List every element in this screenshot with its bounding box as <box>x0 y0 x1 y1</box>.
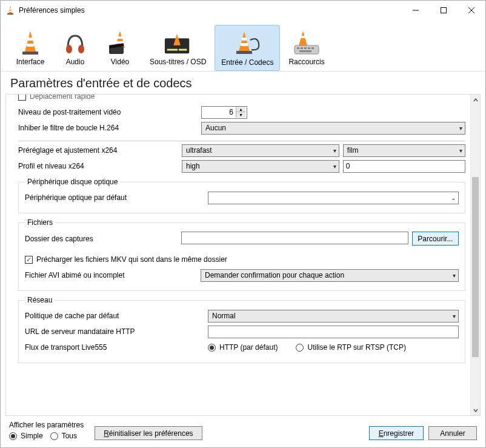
spin-up-icon[interactable]: ▲ <box>236 107 245 112</box>
svg-rect-28 <box>301 36 305 38</box>
select-value: ultrafast <box>186 146 212 155</box>
avi-damaged-select[interactable]: Demander confirmation pour chaque action… <box>201 269 459 282</box>
reset-button[interactable]: Réinitialiser les préférences <box>95 426 202 440</box>
h264-skip-label: Inhiber le filtre de boucle H.264 <box>18 124 201 132</box>
fast-seek-checkbox[interactable] <box>18 94 26 101</box>
maximize-button[interactable] <box>430 1 458 19</box>
tab-label: Interface <box>16 58 45 66</box>
clapper-icon <box>105 27 135 56</box>
subtitle-screen-icon <box>164 27 193 56</box>
headphones-icon <box>61 27 90 56</box>
titlebar: Préférences simples <box>1 1 485 20</box>
svg-rect-1 <box>10 8 12 10</box>
optical-group: Périphérique disque optique Périphérique… <box>18 178 465 213</box>
svg-rect-33 <box>308 47 310 49</box>
svg-rect-32 <box>304 47 307 49</box>
minimize-button[interactable] <box>402 1 430 19</box>
separator <box>18 141 465 141</box>
svg-rect-30 <box>297 47 299 49</box>
spin-down-icon[interactable]: ▼ <box>236 112 245 118</box>
svg-point-12 <box>66 45 72 53</box>
vertical-scrollbar[interactable] <box>470 94 481 416</box>
cache-label: Politique de cache par défaut <box>25 312 208 320</box>
optical-default-label: Périphérique optique par défaut <box>25 193 208 202</box>
svg-rect-5 <box>441 8 447 13</box>
x264-preset-label: Préréglage et ajustement x264 <box>18 146 182 155</box>
postproc-value[interactable] <box>202 107 236 118</box>
svg-rect-34 <box>311 47 314 49</box>
select-value: Normal <box>212 312 236 320</box>
network-legend: Réseau <box>25 296 55 304</box>
scroll-up-icon[interactable] <box>471 95 480 105</box>
avi-damaged-label: Fichier AVI abimé ou incomplet <box>25 271 201 279</box>
mode-all-radio[interactable] <box>50 432 58 440</box>
mode-simple-label: Simple <box>21 432 43 440</box>
record-dir-input[interactable] <box>181 232 408 244</box>
tab-label: Vidéo <box>111 58 129 66</box>
select-value: film <box>347 146 359 155</box>
postproc-label: Niveau de post-traitement vidéo <box>18 108 201 116</box>
svg-rect-15 <box>118 36 122 39</box>
record-dir-label: Dossier des captures <box>25 235 181 243</box>
cone-cables-icon <box>233 28 262 57</box>
chevron-down-icon: ▾ <box>453 313 457 319</box>
files-group: Fichiers Dossier des captures Parcourir.… <box>18 218 465 291</box>
tab-video[interactable]: Vidéo <box>99 25 141 71</box>
cancel-button[interactable]: Annuler <box>428 426 477 440</box>
settings-scroll-area: Déplacement rapide Niveau de post-traite… <box>5 94 470 416</box>
svg-rect-3 <box>7 13 13 15</box>
select-value: high <box>186 162 200 170</box>
tab-label: Entrée / Codecs <box>221 58 273 67</box>
chevron-down-icon: ▾ <box>333 163 338 170</box>
fast-seek-row: Déplacement rapide <box>18 94 465 103</box>
x264-profile-select[interactable]: high ▾ <box>182 160 339 173</box>
live555-http-radio[interactable] <box>208 344 216 352</box>
window-title: Préférences simples <box>19 6 85 15</box>
x264-level-input[interactable] <box>343 160 465 173</box>
svg-rect-35 <box>299 50 311 52</box>
tab-label: Raccourcis <box>288 58 324 66</box>
browse-button[interactable]: Parcourir... <box>412 232 459 246</box>
tab-subtitles[interactable]: Sous-titres / OSD <box>144 25 212 71</box>
cache-select[interactable]: Normal ▾ <box>208 310 459 323</box>
tab-audio[interactable]: Audio <box>54 25 96 71</box>
optical-legend: Périphérique disque optique <box>25 178 120 186</box>
tab-interface[interactable]: Interface <box>9 25 52 71</box>
preload-mkv-checkbox[interactable] <box>25 256 33 264</box>
svg-rect-31 <box>301 47 303 49</box>
svg-rect-25 <box>241 43 248 46</box>
h264-skip-select[interactable]: Aucun ▾ <box>201 122 465 135</box>
svg-rect-29 <box>295 45 319 54</box>
network-group: Réseau Politique de cache par défaut Nor… <box>18 296 465 363</box>
tab-input-codecs[interactable]: Entrée / Codecs <box>215 25 280 71</box>
live555-http-label: HTTP (par défaut) <box>219 343 278 352</box>
chevron-down-icon: ▾ <box>459 147 464 154</box>
save-button[interactable]: Enregistrer <box>369 426 424 440</box>
tab-label: Audio <box>66 58 85 66</box>
svg-rect-9 <box>28 38 33 41</box>
svg-marker-23 <box>239 32 250 51</box>
live555-rtp-radio[interactable] <box>296 344 304 352</box>
chevron-down-icon: ⌄ <box>451 195 457 201</box>
svg-rect-21 <box>167 49 177 51</box>
proxy-input[interactable] <box>208 326 459 338</box>
mode-simple-radio[interactable] <box>9 432 17 440</box>
scrollbar-thumb[interactable] <box>472 177 479 357</box>
svg-rect-10 <box>27 44 34 47</box>
x264-profile-label: Profil et niveau x264 <box>18 162 182 170</box>
tab-hotkeys[interactable]: Raccourcis <box>282 25 330 71</box>
chevron-down-icon: ▾ <box>333 147 338 154</box>
scroll-down-icon[interactable] <box>471 405 480 415</box>
postproc-spinbox[interactable]: ▲▼ <box>201 106 247 119</box>
svg-rect-24 <box>242 38 247 41</box>
scrollbar-track[interactable] <box>471 105 480 405</box>
preferences-window: Préférences simples Interface Audio Vidé… <box>0 0 486 448</box>
cone-icon <box>16 27 45 56</box>
x264-preset-select[interactable]: ultrafast ▾ <box>182 144 339 157</box>
x264-tune-select[interactable]: film ▾ <box>343 144 465 157</box>
optical-default-select[interactable]: ⌄ <box>208 192 459 204</box>
close-button[interactable] <box>458 1 485 19</box>
svg-rect-16 <box>116 41 124 44</box>
svg-rect-26 <box>236 51 252 54</box>
keyboard-icon <box>292 27 321 56</box>
